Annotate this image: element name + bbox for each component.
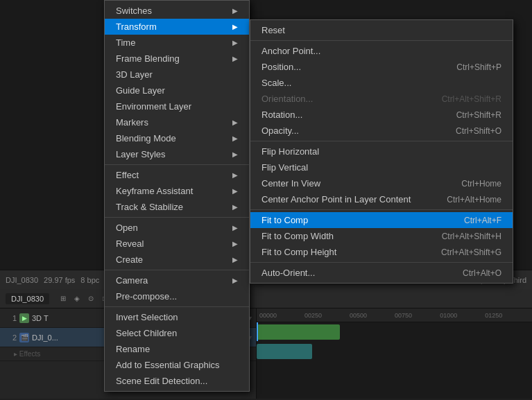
menu-item-transform[interactable]: Transform ▶ bbox=[105, 19, 249, 35]
submenu-item-orientation: Orientation... Ctrl+Alt+Shift+R bbox=[250, 91, 513, 107]
context-menu-main: Switches ▶ Transform ▶ Time ▶ Frame Blen… bbox=[104, 0, 250, 392]
arrow-icon: ▶ bbox=[232, 134, 238, 142]
submenu-item-reset[interactable]: Reset bbox=[250, 22, 513, 38]
fps-info: 29.97 fps bbox=[44, 276, 75, 284]
submenu-item-center-in-view[interactable]: Center In View Ctrl+Home bbox=[250, 175, 513, 191]
menu-item-environment-layer[interactable]: Environment Layer bbox=[105, 98, 249, 114]
menu-item-blending-mode[interactable]: Blending Mode ▶ bbox=[105, 130, 249, 146]
submenu-item-fit-to-comp-height[interactable]: Fit to Comp Height Ctrl+Alt+Shift+G bbox=[250, 244, 513, 260]
menu-separator-2 bbox=[105, 217, 249, 218]
sub-separator-4 bbox=[250, 262, 513, 263]
submenu-item-flip-horizontal[interactable]: Flip Horizontal bbox=[250, 144, 513, 159]
menu-item-scene-edit[interactable]: Scene Edit Detection... bbox=[105, 373, 249, 389]
submenu-item-center-anchor[interactable]: Center Anchor Point in Layer Content Ctr… bbox=[250, 191, 513, 207]
arrow-icon: ▶ bbox=[232, 240, 238, 247]
clip-teal bbox=[257, 344, 312, 359]
arrow-icon: ▶ bbox=[232, 119, 238, 126]
track-timeline-row-1 bbox=[257, 322, 532, 342]
menu-item-frame-blending[interactable]: Frame Blending ▶ bbox=[105, 51, 249, 67]
sub-separator-2 bbox=[250, 141, 513, 141]
timeline-top-bar: DJI_0830 ⊞ ◈ ⊙ □ bbox=[0, 289, 532, 308]
submenu-item-fit-to-comp[interactable]: Fit to Comp Ctrl+Alt+F bbox=[250, 212, 513, 228]
submenu-item-opacity[interactable]: Opacity... Ctrl+Shift+O bbox=[250, 123, 513, 139]
submenu-item-scale[interactable]: Scale... bbox=[250, 75, 513, 91]
menu-item-select-children[interactable]: Select Children bbox=[105, 325, 249, 341]
bpc-info: 8 bpc bbox=[80, 276, 99, 284]
menu-item-guide-layer[interactable]: Guide Layer bbox=[105, 82, 249, 98]
menu-item-layer-styles[interactable]: Layer Styles ▶ bbox=[105, 146, 249, 162]
menu-separator-3 bbox=[105, 270, 249, 270]
menu-item-add-to-essential[interactable]: Add to Essential Graphics bbox=[105, 357, 249, 373]
timeline-ruler: 00000 00250 00500 00750 01000 01250 bbox=[257, 308, 532, 399]
timeline-panel: DJI_0830 ⊞ ◈ ⊙ □ 1 ▶ 3D T None ▾ None ▾ … bbox=[0, 289, 532, 400]
timeline-icon-1[interactable]: ⊞ bbox=[58, 293, 69, 304]
arrow-icon: ▶ bbox=[232, 277, 238, 284]
arrow-icon: ▶ bbox=[232, 39, 238, 46]
submenu-item-anchor-point[interactable]: Anchor Point... bbox=[250, 43, 513, 59]
menu-item-invert-selection[interactable]: Invert Selection bbox=[105, 309, 249, 325]
submenu-item-auto-orient[interactable]: Auto-Orient... Ctrl+Alt+O bbox=[250, 265, 513, 281]
arrow-icon: ▶ bbox=[232, 256, 238, 263]
arrow-icon: ▶ bbox=[232, 7, 238, 15]
sub-separator-1 bbox=[250, 40, 513, 41]
menu-item-keyframe-assistant[interactable]: Keyframe Assistant ▶ bbox=[105, 183, 249, 199]
playhead bbox=[257, 322, 258, 341]
clip-green bbox=[257, 324, 340, 340]
menu-item-3d-layer[interactable]: 3D Layer bbox=[105, 67, 249, 82]
submenu-item-fit-to-comp-width[interactable]: Fit to Comp Width Ctrl+Alt+Shift+H bbox=[250, 228, 513, 244]
menu-item-track-stabilize[interactable]: Track & Stabilize ▶ bbox=[105, 199, 249, 215]
menu-item-effect[interactable]: Effect ▶ bbox=[105, 167, 249, 183]
menu-item-rename[interactable]: Rename bbox=[105, 341, 249, 357]
menu-item-open[interactable]: Open ▶ bbox=[105, 220, 249, 236]
menu-item-markers[interactable]: Markers ▶ bbox=[105, 114, 249, 130]
menu-item-camera[interactable]: Camera ▶ bbox=[105, 272, 249, 288]
arrow-icon: ▶ bbox=[232, 23, 238, 31]
menu-separator-4 bbox=[105, 306, 249, 307]
ruler-bar: 00000 00250 00500 00750 01000 01250 bbox=[257, 308, 532, 322]
track-timeline-row-2 bbox=[257, 342, 532, 361]
menu-item-create[interactable]: Create ▶ bbox=[105, 252, 249, 268]
timeline-icon-2[interactable]: ◈ bbox=[71, 293, 83, 304]
menu-item-switches[interactable]: Switches ▶ bbox=[105, 3, 249, 19]
menu-separator-1 bbox=[105, 164, 249, 165]
arrow-icon: ▶ bbox=[232, 203, 238, 211]
submenu-item-flip-vertical[interactable]: Flip Vertical bbox=[250, 159, 513, 175]
track-icon-img: 🎬 bbox=[19, 333, 29, 342]
arrow-icon: ▶ bbox=[232, 55, 238, 62]
timeline-tracks: 1 ▶ 3D T None ▾ None ▾ 2 🎬 DJI_0... None… bbox=[0, 308, 532, 399]
submenu-item-rotation[interactable]: Rotation... Ctrl+Shift+R bbox=[250, 107, 513, 123]
menu-item-reveal[interactable]: Reveal ▶ bbox=[105, 236, 249, 252]
arrow-icon: ▶ bbox=[232, 187, 238, 195]
submenu-transform: Reset Anchor Point... Position... Ctrl+S… bbox=[250, 19, 513, 284]
track-icon-video: ▶ bbox=[19, 313, 29, 323]
arrow-icon: ▶ bbox=[232, 171, 238, 179]
timeline-icon-3[interactable]: ⊙ bbox=[85, 293, 96, 304]
comp-tab[interactable]: DJI_0830 bbox=[6, 293, 49, 304]
arrow-icon: ▶ bbox=[232, 150, 238, 158]
arrow-icon: ▶ bbox=[232, 224, 238, 232]
menu-item-time[interactable]: Time ▶ bbox=[105, 35, 249, 51]
menu-item-pre-compose[interactable]: Pre-compose... bbox=[105, 288, 249, 304]
sub-separator-3 bbox=[250, 209, 513, 210]
comp-name: DJI_0830 bbox=[6, 276, 38, 284]
submenu-item-position[interactable]: Position... Ctrl+Shift+P bbox=[250, 59, 513, 75]
